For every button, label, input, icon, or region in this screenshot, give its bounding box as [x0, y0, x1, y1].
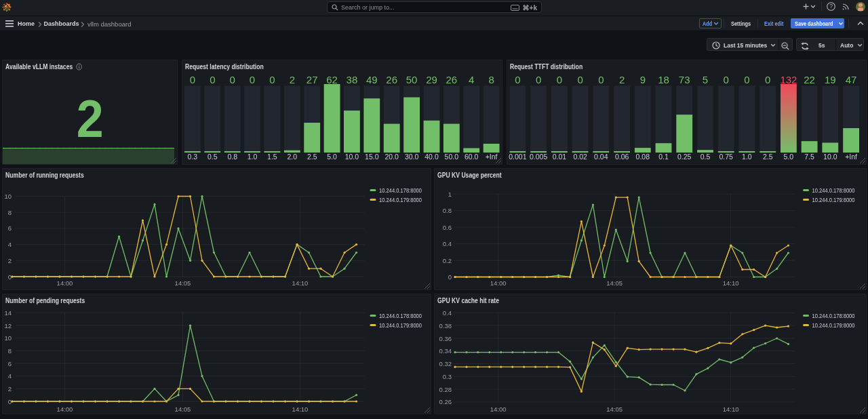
svg-text:0.04: 0.04 — [594, 153, 608, 161]
svg-text:2: 2 — [290, 74, 295, 85]
svg-text:0: 0 — [210, 74, 215, 85]
svg-text:0.005: 0.005 — [530, 153, 547, 161]
svg-text:14: 14 — [4, 309, 12, 317]
svg-text:18: 18 — [658, 74, 669, 85]
svg-text:50.0: 50.0 — [445, 153, 459, 161]
svg-text:14:10: 14:10 — [292, 279, 308, 287]
svg-text:8: 8 — [488, 74, 494, 85]
svg-text:0.3: 0.3 — [443, 372, 452, 380]
svg-text:27: 27 — [307, 74, 318, 85]
svg-text:62: 62 — [326, 74, 338, 85]
svg-text:0.32: 0.32 — [439, 360, 452, 367]
svg-text:0.02: 0.02 — [573, 153, 587, 161]
svg-text:0: 0 — [190, 74, 195, 85]
svg-text:0.75: 0.75 — [719, 153, 733, 161]
svg-text:14:10: 14:10 — [723, 405, 739, 412]
svg-text:10.244.0.178:8000: 10.244.0.178:8000 — [812, 187, 855, 194]
svg-text:9: 9 — [640, 74, 646, 85]
svg-text:0.1: 0.1 — [658, 153, 669, 161]
svg-text:4: 4 — [7, 241, 11, 248]
svg-text:2.5: 2.5 — [763, 153, 773, 161]
svg-text:0.34: 0.34 — [439, 347, 452, 355]
svg-text:0.06: 0.06 — [615, 153, 629, 161]
svg-text:0: 0 — [7, 273, 11, 281]
svg-text:0: 0 — [557, 74, 562, 85]
svg-text:0.6: 0.6 — [443, 224, 452, 231]
svg-text:12: 12 — [4, 321, 12, 329]
svg-text:0: 0 — [598, 74, 604, 85]
svg-text:1: 1 — [448, 191, 452, 198]
svg-text:10.244.0.178:8000: 10.244.0.178:8000 — [812, 313, 855, 319]
svg-text:19: 19 — [825, 74, 836, 85]
svg-text:5.0: 5.0 — [327, 153, 337, 161]
svg-text:0: 0 — [230, 74, 235, 85]
svg-text:0.38: 0.38 — [439, 321, 452, 329]
svg-text:0: 0 — [515, 74, 520, 85]
svg-text:5.0: 5.0 — [784, 153, 794, 161]
svg-text:0.5: 0.5 — [701, 153, 711, 161]
svg-text:0: 0 — [448, 273, 452, 281]
svg-text:0.8: 0.8 — [443, 207, 452, 214]
svg-text:0.3: 0.3 — [188, 153, 198, 161]
svg-text:14:00: 14:00 — [56, 279, 73, 287]
svg-text:2.0: 2.0 — [287, 153, 297, 161]
svg-text:0.01: 0.01 — [553, 153, 567, 161]
svg-text:0.4: 0.4 — [443, 308, 452, 316]
svg-text:2: 2 — [619, 74, 625, 85]
svg-text:14:05: 14:05 — [606, 279, 623, 287]
svg-text:2: 2 — [7, 384, 11, 392]
svg-text:0.28: 0.28 — [439, 385, 452, 393]
svg-text:10.244.0.179:8000: 10.244.0.179:8000 — [812, 322, 855, 329]
svg-text:10.0: 10.0 — [823, 153, 837, 161]
svg-text:0: 0 — [536, 74, 541, 85]
svg-text:26: 26 — [446, 74, 457, 85]
svg-text:0.36: 0.36 — [439, 334, 452, 342]
svg-text:30.0: 30.0 — [405, 153, 419, 161]
svg-text:14:10: 14:10 — [292, 405, 308, 412]
svg-text:0.26: 0.26 — [439, 398, 452, 405]
svg-text:14:00: 14:00 — [490, 405, 507, 412]
svg-text:2: 2 — [7, 257, 11, 264]
svg-text:2.5: 2.5 — [307, 153, 317, 161]
svg-text:132: 132 — [780, 74, 797, 85]
svg-text:0: 0 — [250, 74, 255, 85]
svg-text:0: 0 — [765, 74, 770, 85]
svg-text:10.244.0.178:8000: 10.244.0.178:8000 — [379, 313, 422, 319]
svg-text:50: 50 — [406, 74, 418, 85]
svg-text:14:05: 14:05 — [606, 405, 623, 412]
svg-text:6: 6 — [7, 359, 11, 367]
svg-text:0.08: 0.08 — [636, 153, 650, 161]
svg-text:14:10: 14:10 — [723, 279, 739, 287]
svg-text:6: 6 — [7, 224, 11, 232]
svg-text:29: 29 — [426, 74, 437, 85]
svg-text:5: 5 — [703, 74, 708, 85]
svg-text:+Inf: +Inf — [845, 153, 857, 161]
svg-text:14:05: 14:05 — [174, 279, 191, 287]
svg-text:15.0: 15.0 — [365, 153, 379, 161]
svg-text:38: 38 — [347, 74, 358, 85]
svg-text:0.25: 0.25 — [677, 153, 692, 161]
svg-text:14:00: 14:00 — [490, 279, 507, 287]
svg-text:7.5: 7.5 — [804, 153, 814, 161]
svg-text:10.0: 10.0 — [345, 153, 359, 161]
svg-text:1.0: 1.0 — [742, 153, 752, 161]
svg-text:49: 49 — [366, 74, 378, 85]
svg-text:22: 22 — [804, 74, 815, 85]
svg-text:0: 0 — [7, 397, 11, 405]
svg-text:0: 0 — [724, 74, 729, 85]
svg-text:10: 10 — [4, 334, 12, 342]
svg-text:0.001: 0.001 — [509, 153, 526, 161]
svg-text:1.0: 1.0 — [248, 153, 258, 161]
svg-text:60.0: 60.0 — [465, 153, 479, 161]
svg-text:10.244.0.179:8000: 10.244.0.179:8000 — [379, 197, 422, 203]
svg-text:0: 0 — [577, 74, 583, 85]
svg-text:14:00: 14:00 — [56, 405, 73, 412]
svg-text:14:05: 14:05 — [174, 405, 191, 412]
svg-text:0.4: 0.4 — [443, 240, 452, 247]
svg-text:73: 73 — [679, 74, 690, 85]
svg-text:0.2: 0.2 — [443, 257, 452, 264]
svg-text:4: 4 — [469, 74, 474, 85]
svg-text:40.0: 40.0 — [425, 153, 439, 161]
svg-text:?: ? — [829, 3, 833, 9]
svg-text:1.5: 1.5 — [267, 153, 277, 161]
